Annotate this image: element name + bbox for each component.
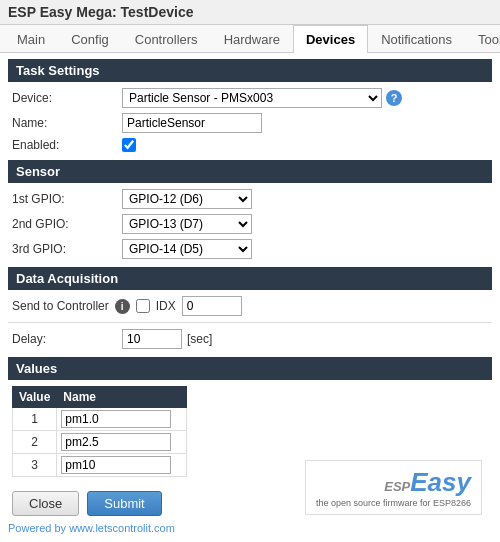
gpio2-label: 2nd GPIO: — [12, 217, 122, 231]
sensor-section: Sensor 1st GPIO: GPIO-12 (D6) 2nd GPIO: … — [8, 160, 492, 259]
tab-notifications[interactable]: Notifications — [368, 25, 465, 53]
data-acquisition-section: Data Acquisition Send to Controller i ID… — [8, 267, 492, 349]
row-name-input[interactable] — [61, 410, 171, 428]
gpio3-label: 3rd GPIO: — [12, 242, 122, 256]
table-row: 1 — [13, 408, 187, 431]
delay-unit: [sec] — [187, 332, 212, 346]
tab-controllers[interactable]: Controllers — [122, 25, 211, 53]
values-table: Value Name 1 2 3 — [12, 386, 187, 477]
gpio2-select[interactable]: GPIO-13 (D7) — [122, 214, 252, 234]
table-row: 2 — [13, 431, 187, 454]
gpio1-select[interactable]: GPIO-12 (D6) — [122, 189, 252, 209]
delay-input[interactable] — [122, 329, 182, 349]
tab-main[interactable]: Main — [4, 25, 58, 53]
name-input[interactable] — [122, 113, 262, 133]
close-button[interactable]: Close — [12, 491, 79, 516]
idx-label: IDX — [156, 299, 176, 313]
help-icon[interactable]: ? — [386, 90, 402, 106]
table-row: 3 — [13, 454, 187, 477]
send-label: Send to Controller — [12, 299, 109, 313]
delay-label: Delay: — [12, 332, 122, 346]
main-content: Task Settings Device: Particle Sensor - … — [0, 53, 500, 542]
row-id: 1 — [13, 408, 57, 431]
values-section: Values Value Name 1 2 3 — [8, 357, 492, 477]
task-settings-header: Task Settings — [8, 59, 492, 82]
gpio3-select[interactable]: GPIO-14 (D5) — [122, 239, 252, 259]
logo-tagline: the open source firmware for ESP8266 — [316, 498, 471, 508]
logo-prefix: ESP — [384, 479, 410, 494]
enabled-checkbox[interactable] — [122, 138, 136, 152]
page-title: ESP Easy Mega: TestDevice — [0, 0, 500, 25]
send-controller-row: Send to Controller i IDX — [8, 296, 492, 316]
enabled-label: Enabled: — [12, 138, 122, 152]
info-icon[interactable]: i — [115, 299, 130, 314]
device-select[interactable]: Particle Sensor - PMSx003 — [122, 88, 382, 108]
logo-main: Easy — [410, 467, 471, 497]
nav-tabs: Main Config Controllers Hardware Devices… — [0, 25, 500, 53]
task-settings-section: Task Settings Device: Particle Sensor - … — [8, 59, 492, 152]
name-label: Name: — [12, 116, 122, 130]
device-row: Device: Particle Sensor - PMSx003 ? — [8, 88, 492, 108]
values-header: Values — [8, 357, 492, 380]
row-id: 2 — [13, 431, 57, 454]
sensor-header: Sensor — [8, 160, 492, 183]
gpio2-row: 2nd GPIO: GPIO-13 (D7) — [8, 214, 492, 234]
gpio3-row: 3rd GPIO: GPIO-14 (D5) — [8, 239, 492, 259]
gpio1-row: 1st GPIO: GPIO-12 (D6) — [8, 189, 492, 209]
idx-input[interactable] — [182, 296, 242, 316]
separator — [8, 322, 492, 323]
tab-config[interactable]: Config — [58, 25, 122, 53]
device-label: Device: — [12, 91, 122, 105]
tab-devices[interactable]: Devices — [293, 25, 368, 53]
col-value-header: Value — [13, 387, 57, 408]
gpio1-label: 1st GPIO: — [12, 192, 122, 206]
row-name-cell — [57, 454, 187, 477]
tab-hardware[interactable]: Hardware — [211, 25, 293, 53]
footer-link[interactable]: Powered by www.letscontrolit.com — [8, 522, 175, 534]
data-acquisition-header: Data Acquisition — [8, 267, 492, 290]
tab-tools[interactable]: Tools — [465, 25, 500, 53]
row-name-cell — [57, 408, 187, 431]
row-name-input[interactable] — [61, 433, 171, 451]
row-name-input[interactable] — [61, 456, 171, 474]
submit-button[interactable]: Submit — [87, 491, 161, 516]
send-controller-checkbox[interactable] — [136, 299, 150, 313]
enabled-row: Enabled: — [8, 138, 492, 152]
delay-row: Delay: [sec] — [8, 329, 492, 349]
name-row: Name: — [8, 113, 492, 133]
col-name-header: Name — [57, 387, 187, 408]
esp-easy-logo: ESPEasy the open source firmware for ESP… — [305, 460, 482, 515]
row-name-cell — [57, 431, 187, 454]
row-id: 3 — [13, 454, 57, 477]
